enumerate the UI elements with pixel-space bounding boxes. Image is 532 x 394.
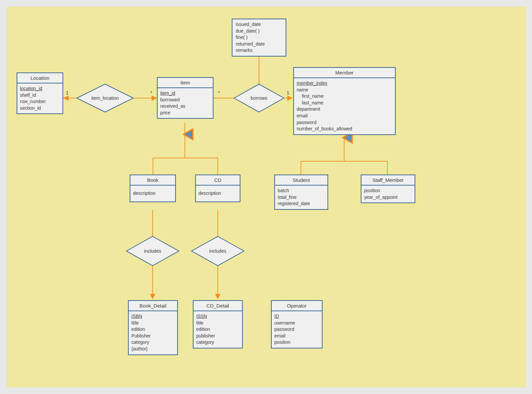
- diagram-background: [7, 7, 526, 387]
- attr: title: [196, 320, 239, 327]
- attr: borrowed: [160, 97, 210, 103]
- cardinality: 1: [66, 90, 68, 95]
- attr: section_id: [20, 105, 60, 112]
- attr: email: [274, 333, 319, 339]
- attr: title: [131, 320, 175, 327]
- entity-body: description: [196, 186, 240, 201]
- er-diagram-canvas: issued_date due_date( ) fine( ) returned…: [0, 0, 532, 394]
- attr: edition: [131, 326, 175, 333]
- entity-member: Member member_index name first_name last…: [293, 67, 396, 135]
- entity-title: CD_Detail: [194, 301, 242, 311]
- entity-title: Member: [294, 68, 395, 78]
- attr-line: due_date( ): [236, 28, 282, 35]
- entity-title: Location: [17, 73, 63, 83]
- entity-location: Location location_id shelf_id row_number…: [17, 72, 63, 114]
- entity-body: ISBN title edition Publisher category {a…: [129, 311, 177, 354]
- entity-body: ISSN title edition publisher category: [194, 311, 242, 348]
- entity-operator: Operator ID username password email posi…: [271, 300, 323, 348]
- attr: department: [297, 106, 392, 113]
- attr: member_index: [297, 80, 392, 87]
- entity-body: batch total_fine registered_date: [275, 186, 328, 209]
- relationship-borrows: borrows: [234, 84, 284, 112]
- entity-book: Book description: [130, 175, 176, 202]
- attr: password: [274, 326, 319, 333]
- entity-title: Student: [275, 175, 328, 186]
- borrows-attr-box: issued_date due_date( ) fine( ) returned…: [232, 19, 286, 57]
- attr: total_fine: [278, 194, 325, 201]
- attr: ISSN: [196, 313, 239, 320]
- attr: position: [364, 188, 412, 194]
- entity-title: Book_Detail: [129, 301, 177, 311]
- attr: {author}: [131, 346, 175, 352]
- entity-title: Staff_Member: [361, 175, 415, 186]
- entity-book-detail: Book_Detail ISBN title edition Publisher…: [128, 300, 178, 355]
- entity-body: location_id shelf_id row_number section_…: [17, 83, 63, 113]
- entity-body: member_index name first_name last_name d…: [294, 78, 395, 134]
- attr: number_of_books_allowed: [297, 126, 392, 132]
- attr: ISBN: [131, 313, 175, 320]
- attr: name: [297, 87, 392, 93]
- attr: category: [131, 339, 175, 346]
- entity-cd-detail: CD_Detail ISSN title edition publisher c…: [193, 300, 243, 348]
- relationship-label: borrows: [251, 95, 267, 101]
- cardinality: *: [218, 90, 220, 95]
- entity-body: item_id borrowed received_as price: [158, 88, 213, 118]
- attr: first_name: [297, 93, 392, 100]
- relationship-label: item_location: [91, 95, 119, 101]
- entity-cd: CD description: [195, 175, 240, 202]
- attr: last_name: [297, 100, 392, 106]
- attr: row_number: [20, 98, 60, 105]
- attr: registered_date: [278, 200, 325, 207]
- entity-title: CD: [196, 175, 240, 186]
- relationship-includes-book: includes: [126, 236, 179, 266]
- attr-line: remarks: [236, 47, 282, 54]
- entity-body: ID username password email position: [272, 311, 322, 348]
- attr: price: [160, 110, 210, 116]
- attr: description: [133, 190, 173, 197]
- entity-item: Item item_id borrowed received_as price: [157, 77, 213, 119]
- attr-line: returned_date: [236, 41, 282, 48]
- attr: position: [274, 339, 319, 346]
- attr: description: [199, 190, 237, 197]
- cardinality: 1: [287, 90, 289, 95]
- attr: edition: [196, 326, 239, 333]
- relationship-label: includes: [209, 248, 226, 254]
- relationship-item-location: item_location: [76, 84, 134, 112]
- attr: publisher: [196, 333, 239, 339]
- entity-title: Item: [158, 78, 213, 88]
- entity-body: description: [130, 186, 175, 201]
- attr: category: [196, 339, 239, 346]
- attr: shelf_id: [20, 92, 60, 99]
- attr-line: fine( ): [236, 34, 282, 41]
- relationship-label: includes: [144, 248, 161, 254]
- relationship-includes-cd: includes: [191, 236, 244, 266]
- attr: location_id: [20, 85, 60, 92]
- attr: batch: [278, 188, 325, 194]
- attr: password: [297, 119, 392, 126]
- attr: Publisher: [131, 333, 175, 339]
- entity-title: Book: [130, 175, 175, 186]
- entity-student: Student batch total_fine registered_date: [274, 175, 328, 210]
- attr-line: issued_date: [236, 21, 282, 28]
- attr: item_id: [160, 90, 210, 97]
- attr: ID: [274, 313, 319, 320]
- attr: email: [297, 113, 392, 119]
- entity-body: position year_of_appoint: [361, 186, 415, 202]
- attr: received_as: [160, 103, 210, 110]
- attr: year_of_appoint: [364, 194, 412, 201]
- attr: username: [274, 320, 319, 327]
- entity-title: Operator: [272, 301, 322, 311]
- entity-staff-member: Staff_Member position year_of_appoint: [361, 175, 415, 203]
- cardinality: *: [150, 90, 152, 95]
